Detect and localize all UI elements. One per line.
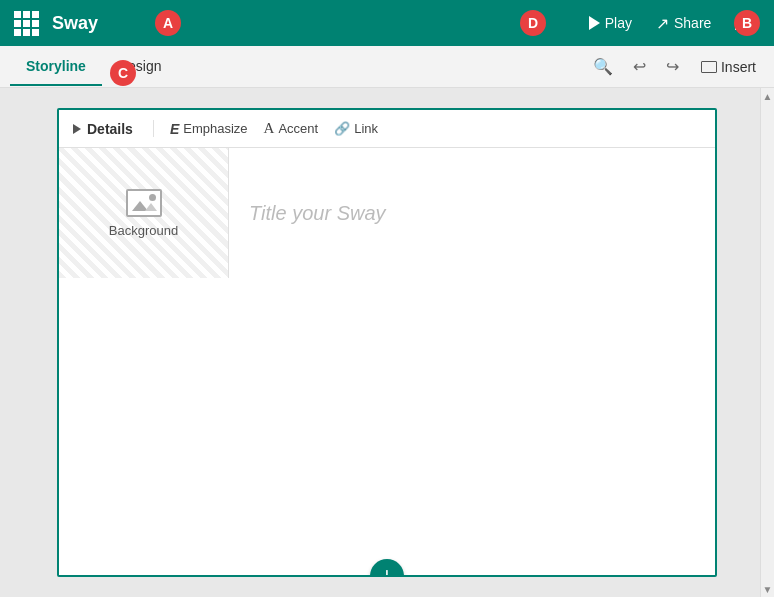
background-image-icon xyxy=(126,189,162,217)
accent-button[interactable]: A Accent xyxy=(264,120,319,137)
title-placeholder: Title your Sway xyxy=(249,202,386,225)
waffle-icon xyxy=(14,11,39,36)
undo-icon: ↩ xyxy=(633,58,646,75)
top-bar-actions: Play ↗ Share ... xyxy=(579,8,764,39)
redo-icon: ↪ xyxy=(666,58,679,75)
insert-image-icon xyxy=(701,61,717,73)
scrollbar[interactable]: ▲ ▼ xyxy=(760,88,774,597)
card-header: Details E Emphasize A Accent 🔗 Link xyxy=(59,110,715,148)
share-icon: ↗ xyxy=(656,14,669,33)
share-label: Share xyxy=(674,15,711,31)
details-expand-icon xyxy=(73,124,81,134)
undo-button[interactable]: ↩ xyxy=(627,53,652,80)
link-label: Link xyxy=(354,121,378,136)
plus-icon: + xyxy=(381,563,394,577)
main-area: Details E Emphasize A Accent 🔗 Link xyxy=(0,88,774,597)
play-icon xyxy=(589,16,600,30)
more-options-button[interactable]: ... xyxy=(725,8,764,39)
share-button[interactable]: ↗ Share xyxy=(646,8,721,39)
search-button[interactable]: 🔍 xyxy=(587,53,619,80)
tab-storyline[interactable]: Storyline xyxy=(10,48,102,86)
background-area[interactable]: Background xyxy=(59,148,229,278)
emphasize-label: Emphasize xyxy=(183,121,247,136)
link-icon: 🔗 xyxy=(334,121,350,136)
tab-design[interactable]: Design xyxy=(102,48,178,86)
redo-button[interactable]: ↪ xyxy=(660,53,685,80)
search-icon: 🔍 xyxy=(593,58,613,75)
tab-actions: 🔍 ↩ ↪ Insert xyxy=(587,53,764,80)
scroll-up-arrow[interactable]: ▲ xyxy=(762,90,774,102)
top-bar: Sway Play ↗ Share ... xyxy=(0,0,774,46)
add-card-container: + xyxy=(370,559,404,577)
emphasize-icon: E xyxy=(170,121,179,137)
play-label: Play xyxy=(605,15,632,31)
tab-bar: Storyline Design 🔍 ↩ ↪ Insert xyxy=(0,46,774,88)
card-toolbar: E Emphasize A Accent 🔗 Link xyxy=(153,120,378,137)
details-label: Details xyxy=(87,121,133,137)
accent-icon: A xyxy=(264,120,275,137)
waffle-menu-button[interactable] xyxy=(10,7,42,39)
add-card-button[interactable]: + xyxy=(370,559,404,577)
insert-button[interactable]: Insert xyxy=(693,55,764,79)
more-icon: ... xyxy=(733,12,756,34)
card-body: Background Title your Sway xyxy=(59,148,715,278)
emphasize-button[interactable]: E Emphasize xyxy=(170,121,248,137)
title-card: Details E Emphasize A Accent 🔗 Link xyxy=(57,108,717,577)
details-section[interactable]: Details xyxy=(73,121,133,137)
accent-label: Accent xyxy=(278,121,318,136)
background-label: Background xyxy=(109,223,178,238)
app-title: Sway xyxy=(48,13,98,34)
title-input-area[interactable]: Title your Sway xyxy=(229,148,715,278)
play-button[interactable]: Play xyxy=(579,9,642,37)
link-button[interactable]: 🔗 Link xyxy=(334,121,378,136)
scroll-down-arrow[interactable]: ▼ xyxy=(762,583,774,595)
